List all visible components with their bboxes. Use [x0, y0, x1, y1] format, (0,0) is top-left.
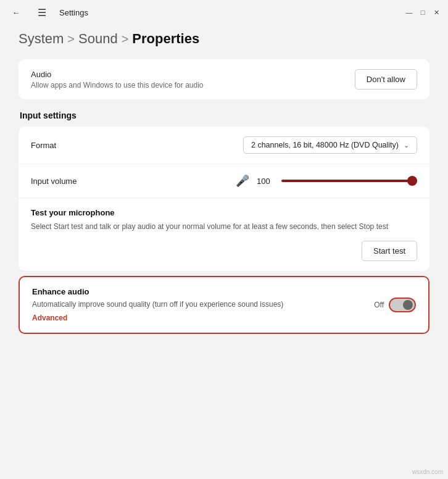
minimize-button[interactable]: — — [405, 8, 413, 17]
back-button[interactable]: ← — [7, 4, 25, 21]
window-controls: — □ ✕ — [405, 8, 441, 17]
volume-controls: 🎤 100 — [236, 174, 417, 188]
toggle-thumb — [403, 300, 413, 310]
breadcrumb-separator-1: > — [67, 32, 75, 46]
enhance-toggle[interactable] — [389, 298, 416, 312]
enhance-label: Enhance audio — [32, 287, 374, 296]
title-bar: ← ☰ Settings — □ ✕ — [0, 0, 448, 25]
restore-button[interactable]: □ — [418, 8, 427, 17]
breadcrumb: System > Sound > Properties — [19, 31, 429, 47]
toggle-off-label: Off — [374, 301, 384, 309]
title-bar-left: ← ☰ Settings — [7, 4, 88, 21]
enhance-audio-card: Enhance audio Automatically improve soun… — [19, 276, 429, 334]
window-title: Settings — [59, 8, 88, 17]
format-value: 2 channels, 16 bit, 48000 Hz (DVD Qualit… — [251, 141, 399, 149]
close-button[interactable]: ✕ — [432, 8, 441, 17]
enhance-label-group: Enhance audio Automatically improve soun… — [32, 287, 374, 323]
enhance-row: Enhance audio Automatically improve soun… — [32, 287, 416, 323]
enhance-desc: Automatically improve sound quality (tur… — [32, 299, 374, 310]
chevron-down-icon: ⌄ — [404, 141, 409, 149]
audio-label-group: Audio Allow apps and Windows to use this… — [31, 70, 204, 90]
breadcrumb-separator-2: > — [122, 32, 129, 46]
hamburger-button[interactable]: ☰ — [33, 4, 51, 21]
format-label: Format — [31, 141, 56, 150]
input-settings-card: Format 2 channels, 16 bit, 48000 Hz (DVD… — [19, 127, 429, 271]
main-content: System > Sound > Properties Audio Allow … — [0, 25, 448, 479]
dont-allow-button[interactable]: Don't allow — [355, 69, 417, 90]
volume-value: 100 — [257, 177, 274, 186]
test-mic-row: Test your microphone Select Start test a… — [19, 198, 429, 271]
volume-row: Input volume 🎤 100 — [19, 164, 429, 198]
microphone-icon: 🎤 — [236, 174, 249, 188]
test-mic-desc: Select Start test and talk or play audio… — [31, 221, 417, 232]
test-mic-label: Test your microphone — [31, 208, 417, 217]
input-settings-label: Input settings — [19, 110, 429, 120]
volume-label: Input volume — [31, 177, 77, 186]
test-mic-footer: Start test — [31, 241, 417, 261]
audio-label: Audio — [31, 70, 204, 79]
advanced-link[interactable]: Advanced — [32, 314, 67, 322]
format-row: Format 2 channels, 16 bit, 48000 Hz (DVD… — [19, 127, 429, 164]
format-dropdown[interactable]: 2 channels, 16 bit, 48000 Hz (DVD Qualit… — [243, 136, 417, 154]
start-test-button[interactable]: Start test — [362, 241, 417, 261]
audio-row: Audio Allow apps and Windows to use this… — [19, 59, 429, 99]
breadcrumb-current: Properties — [132, 31, 199, 47]
toggle-container: Off — [374, 298, 416, 312]
volume-slider[interactable] — [281, 180, 417, 182]
watermark: wsxdn.com — [412, 469, 443, 475]
audio-sublabel: Allow apps and Windows to use this devic… — [31, 81, 204, 90]
audio-card: Audio Allow apps and Windows to use this… — [19, 59, 429, 99]
breadcrumb-sound[interactable]: Sound — [78, 31, 118, 47]
breadcrumb-system[interactable]: System — [19, 31, 64, 47]
test-mic-content: Test your microphone Select Start test a… — [31, 208, 417, 261]
